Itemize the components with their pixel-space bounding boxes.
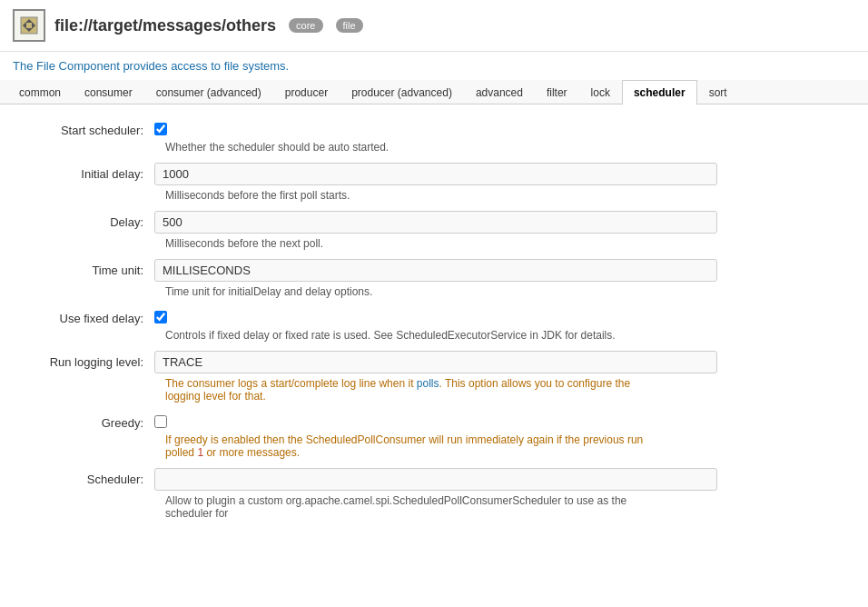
- greedy-row: Greedy:: [18, 412, 850, 430]
- start-scheduler-hint: Whether the scheduler should be auto sta…: [18, 141, 654, 154]
- time-unit-hint: Time unit for initialDelay and delay opt…: [18, 285, 654, 298]
- initial-delay-section: Initial delay: Milliseconds before the f…: [18, 163, 850, 202]
- tab-advanced[interactable]: advanced: [464, 80, 535, 104]
- start-scheduler-section: Start scheduler: Whether the scheduler s…: [18, 119, 850, 154]
- greedy-checkbox[interactable]: [154, 415, 167, 428]
- delay-hint: Milliseconds before the next poll.: [18, 237, 654, 250]
- initial-delay-row: Initial delay:: [18, 163, 850, 185]
- use-fixed-delay-hint: Controls if fixed delay or fixed rate is…: [18, 329, 654, 342]
- tab-filter[interactable]: filter: [535, 80, 579, 104]
- run-logging-level-control: [154, 351, 850, 373]
- greedy-hint: If greedy is enabled then the ScheduledP…: [18, 433, 654, 459]
- greedy-section: Greedy: If greedy is enabled then the Sc…: [18, 412, 850, 459]
- run-logging-hint-link: polls: [417, 377, 439, 390]
- tab-producer[interactable]: producer: [273, 80, 340, 104]
- page-title: file://target/messages/others: [54, 16, 276, 35]
- greedy-hint-part2: or more messages.: [203, 446, 300, 459]
- use-fixed-delay-row: Use fixed delay:: [18, 307, 850, 325]
- initial-delay-input[interactable]: [154, 163, 717, 185]
- run-logging-level-hint: The consumer logs a start/complete log l…: [18, 377, 654, 403]
- svg-rect-2: [26, 23, 32, 28]
- tab-lock[interactable]: lock: [579, 80, 622, 104]
- scheduler-row: Scheduler:: [18, 468, 850, 491]
- run-logging-level-section: Run logging level: The consumer logs a s…: [18, 351, 850, 403]
- time-unit-row: Time unit:: [18, 259, 850, 282]
- badge-core: core: [289, 18, 322, 33]
- initial-delay-control: [154, 163, 850, 185]
- start-scheduler-control: [154, 119, 850, 135]
- tab-consumer[interactable]: consumer: [73, 80, 144, 104]
- start-scheduler-checkbox[interactable]: [154, 123, 167, 135]
- time-unit-label: Time unit:: [18, 259, 154, 277]
- greedy-control: [154, 412, 850, 428]
- delay-row: Delay:: [18, 211, 850, 234]
- time-unit-section: Time unit: Time unit for initialDelay an…: [18, 259, 850, 298]
- tab-producer-advanced[interactable]: producer (advanced): [340, 80, 464, 104]
- component-description: The File Component provides access to fi…: [0, 52, 868, 80]
- page-header: file://target/messages/others core file: [0, 0, 868, 52]
- scheduler-control: [154, 468, 850, 491]
- tab-consumer-advanced[interactable]: consumer (advanced): [144, 80, 273, 104]
- use-fixed-delay-label: Use fixed delay:: [18, 307, 154, 325]
- start-scheduler-label: Start scheduler:: [18, 119, 154, 137]
- greedy-label: Greedy:: [18, 412, 154, 430]
- scheduler-section: Scheduler: Allow to plugin a custom org.…: [18, 468, 850, 520]
- scheduler-label: Scheduler:: [18, 468, 154, 486]
- time-unit-input[interactable]: [154, 259, 717, 282]
- use-fixed-delay-checkbox[interactable]: [154, 311, 167, 323]
- delay-section: Delay: Milliseconds before the next poll…: [18, 211, 850, 250]
- run-logging-level-row: Run logging level:: [18, 351, 850, 373]
- scheduler-input[interactable]: [154, 468, 717, 491]
- run-logging-hint-part1: The consumer logs a start/complete log l…: [165, 377, 417, 390]
- tab-bar: common consumer consumer (advanced) prod…: [0, 80, 868, 104]
- tab-scheduler[interactable]: scheduler: [622, 80, 697, 104]
- initial-delay-label: Initial delay:: [18, 163, 154, 181]
- component-icon: [13, 9, 45, 42]
- badge-file: file: [336, 18, 363, 33]
- time-unit-control: [154, 259, 850, 282]
- tab-sort[interactable]: sort: [697, 80, 739, 104]
- use-fixed-delay-section: Use fixed delay: Controls if fixed delay…: [18, 307, 850, 342]
- use-fixed-delay-control: [154, 307, 850, 323]
- delay-control: [154, 211, 850, 234]
- run-logging-level-input[interactable]: [154, 351, 717, 373]
- start-scheduler-row: Start scheduler:: [18, 119, 850, 137]
- initial-delay-hint: Milliseconds before the first poll start…: [18, 189, 654, 202]
- run-logging-level-label: Run logging level:: [18, 351, 154, 369]
- scheduler-hint: Allow to plugin a custom org.apache.came…: [18, 494, 654, 520]
- form-content: Start scheduler: Whether the scheduler s…: [0, 104, 868, 543]
- delay-input[interactable]: [154, 211, 717, 234]
- tab-common[interactable]: common: [7, 80, 73, 104]
- delay-label: Delay:: [18, 211, 154, 229]
